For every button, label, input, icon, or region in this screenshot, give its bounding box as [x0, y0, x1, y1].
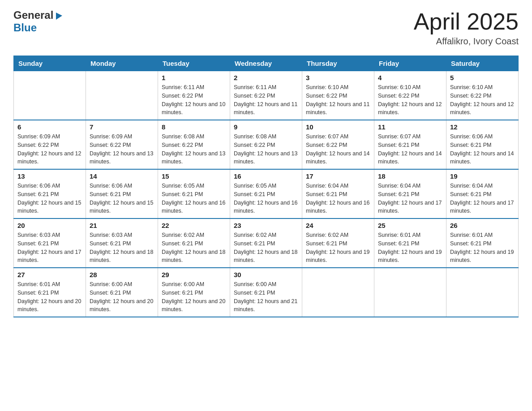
day-info: Sunrise: 6:06 AMSunset: 6:21 PMDaylight:…	[450, 133, 515, 166]
day-number: 27	[17, 271, 82, 278]
day-info: Sunrise: 6:02 AMSunset: 6:21 PMDaylight:…	[306, 231, 370, 265]
calendar-cell: 15Sunrise: 6:05 AMSunset: 6:21 PMDayligh…	[158, 169, 230, 218]
day-info: Sunrise: 6:06 AMSunset: 6:21 PMDaylight:…	[17, 182, 82, 215]
day-number: 20	[17, 222, 82, 229]
calendar-cell	[446, 268, 519, 317]
page-title: April 2025	[414, 9, 519, 34]
day-info: Sunrise: 6:03 AMSunset: 6:21 PMDaylight:…	[90, 231, 154, 265]
calendar-cell: 9Sunrise: 6:08 AMSunset: 6:22 PMDaylight…	[230, 120, 302, 169]
day-of-week-header: Thursday	[302, 56, 374, 71]
day-info: Sunrise: 6:10 AMSunset: 6:22 PMDaylight:…	[378, 83, 442, 117]
day-number: 22	[162, 222, 226, 229]
logo-blue-text: Blue	[13, 21, 37, 34]
calendar-cell: 24Sunrise: 6:02 AMSunset: 6:21 PMDayligh…	[302, 218, 374, 268]
calendar-cell: 12Sunrise: 6:06 AMSunset: 6:21 PMDayligh…	[446, 120, 519, 169]
calendar-week-row: 27Sunrise: 6:01 AMSunset: 6:21 PMDayligh…	[14, 268, 519, 317]
day-info: Sunrise: 6:07 AMSunset: 6:22 PMDaylight:…	[306, 133, 370, 166]
day-number: 9	[234, 123, 298, 131]
calendar-header: SundayMondayTuesdayWednesdayThursdayFrid…	[14, 56, 519, 71]
calendar-cell: 17Sunrise: 6:04 AMSunset: 6:21 PMDayligh…	[302, 169, 374, 218]
day-number: 4	[378, 74, 442, 81]
calendar-week-row: 20Sunrise: 6:03 AMSunset: 6:21 PMDayligh…	[14, 218, 519, 268]
day-info: Sunrise: 6:07 AMSunset: 6:21 PMDaylight:…	[378, 133, 442, 166]
day-number: 5	[450, 74, 515, 81]
calendar-week-row: 6Sunrise: 6:09 AMSunset: 6:22 PMDaylight…	[14, 120, 519, 169]
day-info: Sunrise: 6:04 AMSunset: 6:21 PMDaylight:…	[306, 182, 370, 215]
logo-general-text: General	[13, 9, 53, 21]
day-number: 19	[450, 172, 515, 180]
day-info: Sunrise: 6:02 AMSunset: 6:21 PMDaylight:…	[162, 231, 226, 265]
page-location: Affalikro, Ivory Coast	[414, 36, 519, 47]
calendar-cell	[14, 71, 86, 120]
calendar-cell: 25Sunrise: 6:01 AMSunset: 6:21 PMDayligh…	[374, 218, 446, 268]
day-number: 14	[90, 172, 154, 180]
logo: General Blue	[13, 9, 64, 34]
calendar-cell: 19Sunrise: 6:04 AMSunset: 6:21 PMDayligh…	[446, 169, 519, 218]
calendar-cell: 7Sunrise: 6:09 AMSunset: 6:22 PMDaylight…	[86, 120, 158, 169]
page-header: General Blue April 2025 Affalikro, Ivory…	[13, 9, 519, 47]
day-info: Sunrise: 6:11 AMSunset: 6:22 PMDaylight:…	[162, 83, 226, 117]
calendar-cell: 10Sunrise: 6:07 AMSunset: 6:22 PMDayligh…	[302, 120, 374, 169]
day-info: Sunrise: 6:10 AMSunset: 6:22 PMDaylight:…	[306, 83, 370, 117]
day-info: Sunrise: 6:11 AMSunset: 6:22 PMDaylight:…	[234, 83, 298, 117]
day-number: 6	[17, 123, 82, 131]
calendar-cell: 3Sunrise: 6:10 AMSunset: 6:22 PMDaylight…	[302, 71, 374, 120]
calendar-cell: 29Sunrise: 6:00 AMSunset: 6:21 PMDayligh…	[158, 268, 230, 317]
day-number: 2	[234, 74, 298, 81]
calendar-cell: 27Sunrise: 6:01 AMSunset: 6:21 PMDayligh…	[14, 268, 86, 317]
day-number: 13	[17, 172, 82, 180]
calendar-cell	[302, 268, 374, 317]
calendar-cell: 18Sunrise: 6:04 AMSunset: 6:21 PMDayligh…	[374, 169, 446, 218]
day-number: 10	[306, 123, 370, 131]
calendar-cell: 1Sunrise: 6:11 AMSunset: 6:22 PMDaylight…	[158, 71, 230, 120]
day-info: Sunrise: 6:05 AMSunset: 6:21 PMDaylight:…	[234, 182, 298, 215]
day-info: Sunrise: 6:04 AMSunset: 6:21 PMDaylight:…	[450, 182, 515, 215]
day-of-week-header: Friday	[374, 56, 446, 71]
day-number: 29	[162, 271, 226, 278]
day-info: Sunrise: 6:00 AMSunset: 6:21 PMDaylight:…	[90, 280, 154, 314]
day-of-week-header: Tuesday	[158, 56, 230, 71]
day-info: Sunrise: 6:09 AMSunset: 6:22 PMDaylight:…	[90, 133, 154, 166]
day-info: Sunrise: 6:04 AMSunset: 6:21 PMDaylight:…	[378, 182, 442, 215]
calendar-cell: 5Sunrise: 6:10 AMSunset: 6:22 PMDaylight…	[446, 71, 519, 120]
day-number: 18	[378, 172, 442, 180]
day-number: 16	[234, 172, 298, 180]
day-number: 21	[90, 222, 154, 229]
day-of-week-header: Sunday	[14, 56, 86, 71]
day-info: Sunrise: 6:08 AMSunset: 6:22 PMDaylight:…	[162, 133, 226, 166]
day-info: Sunrise: 6:01 AMSunset: 6:21 PMDaylight:…	[17, 280, 82, 314]
day-info: Sunrise: 6:01 AMSunset: 6:21 PMDaylight:…	[378, 231, 442, 265]
calendar-cell: 30Sunrise: 6:00 AMSunset: 6:21 PMDayligh…	[230, 268, 302, 317]
day-number: 24	[306, 222, 370, 229]
day-number: 8	[162, 123, 226, 131]
day-number: 1	[162, 74, 226, 81]
day-info: Sunrise: 6:00 AMSunset: 6:21 PMDaylight:…	[234, 280, 298, 314]
day-info: Sunrise: 6:02 AMSunset: 6:21 PMDaylight:…	[234, 231, 298, 265]
calendar-body: 1Sunrise: 6:11 AMSunset: 6:22 PMDaylight…	[14, 71, 519, 317]
calendar-cell: 21Sunrise: 6:03 AMSunset: 6:21 PMDayligh…	[86, 218, 158, 268]
logo-triangle-icon	[54, 11, 64, 21]
day-number: 3	[306, 74, 370, 81]
calendar-cell	[374, 268, 446, 317]
calendar-cell: 13Sunrise: 6:06 AMSunset: 6:21 PMDayligh…	[14, 169, 86, 218]
day-info: Sunrise: 6:03 AMSunset: 6:21 PMDaylight:…	[17, 231, 82, 265]
svg-marker-0	[56, 13, 62, 20]
day-number: 17	[306, 172, 370, 180]
calendar-cell: 14Sunrise: 6:06 AMSunset: 6:21 PMDayligh…	[86, 169, 158, 218]
day-number: 30	[234, 271, 298, 278]
calendar-cell: 2Sunrise: 6:11 AMSunset: 6:22 PMDaylight…	[230, 71, 302, 120]
day-number: 12	[450, 123, 515, 131]
day-number: 7	[90, 123, 154, 131]
title-block: April 2025 Affalikro, Ivory Coast	[414, 9, 519, 47]
calendar-cell: 28Sunrise: 6:00 AMSunset: 6:21 PMDayligh…	[86, 268, 158, 317]
day-of-week-header: Monday	[86, 56, 158, 71]
day-of-week-header: Wednesday	[230, 56, 302, 71]
calendar-cell: 4Sunrise: 6:10 AMSunset: 6:22 PMDaylight…	[374, 71, 446, 120]
calendar-cell: 20Sunrise: 6:03 AMSunset: 6:21 PMDayligh…	[14, 218, 86, 268]
calendar-cell	[86, 71, 158, 120]
calendar-cell: 6Sunrise: 6:09 AMSunset: 6:22 PMDaylight…	[14, 120, 86, 169]
day-number: 11	[378, 123, 442, 131]
calendar-table: SundayMondayTuesdayWednesdayThursdayFrid…	[13, 56, 519, 317]
calendar-cell: 26Sunrise: 6:01 AMSunset: 6:21 PMDayligh…	[446, 218, 519, 268]
day-info: Sunrise: 6:06 AMSunset: 6:21 PMDaylight:…	[90, 182, 154, 215]
